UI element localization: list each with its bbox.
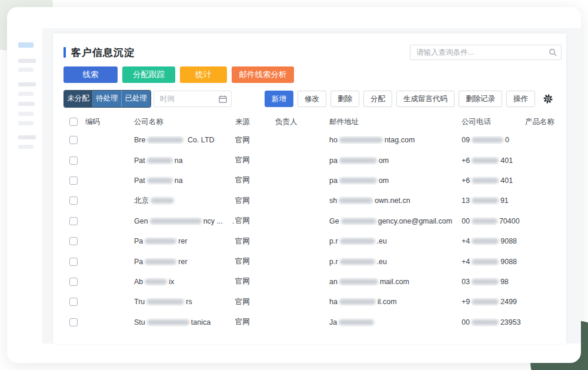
row-checkbox[interactable] [69,237,78,245]
content-card: 客户信息沉淀 线索分配跟踪统计邮件线索分析 未分配待处理已处理 [53,34,566,344]
action-button-3[interactable]: 删除 [330,91,359,107]
table-row[interactable]: Bre Co. LTD官网hontag.com090 [53,130,566,150]
company-cell: Bre Co. LTD [134,136,235,144]
column-header-1[interactable]: 编码 [85,117,134,127]
card-header: 客户信息沉淀 [53,34,566,60]
settings-gear-button[interactable] [539,91,557,107]
table-row[interactable]: Stutanica官网Ja0023953 [53,312,566,332]
visible-text: +4 [462,237,470,245]
table-row[interactable]: Parer官网p.r.eu+49088 [53,231,566,251]
nav-button-2[interactable]: 分配跟踪 [122,66,175,83]
sidebar-item[interactable] [18,59,36,63]
filter-tab-1[interactable]: 未分配 [64,91,93,107]
row-checkbox[interactable] [69,176,78,185]
sidebar-item[interactable] [18,121,34,125]
nav-button-3[interactable]: 统计 [180,66,227,83]
select-all-checkbox[interactable] [69,118,78,126]
visible-text: 00 [462,217,470,225]
sidebar-item[interactable] [18,68,34,72]
company-cell: Patna [134,156,235,165]
phone-cell: +92499 [462,298,525,306]
action-button-5[interactable]: 生成留言代码 [396,91,455,107]
redacted-text [145,279,167,285]
row-checkbox[interactable] [69,156,78,165]
calendar-icon[interactable] [219,95,227,103]
app-window: 客户信息沉淀 线索分配跟踪统计邮件线索分析 未分配待处理已处理 [7,7,581,363]
column-header-5[interactable]: 邮件地址 [329,117,462,127]
column-header-2[interactable]: 公司名称 [134,117,235,127]
table-row[interactable]: Abix官网anmail.com0398 [53,272,566,292]
redacted-text [146,299,184,305]
nav-button-1[interactable]: 线索 [64,66,118,83]
search-icon[interactable] [549,48,557,56]
row-checkbox[interactable] [69,196,78,205]
page-title: 客户信息沉淀 [71,46,135,59]
column-header-6[interactable]: 公司电话 [462,117,525,127]
visible-text: om [379,176,389,185]
visible-text: 401 [500,156,513,165]
table-row[interactable]: Parer官网p.r.eu+49088 [53,251,566,271]
table-row[interactable]: Patna官网paom+6401 [53,171,566,191]
phone-cell: +49088 [462,258,525,266]
select-all-cell [53,118,85,126]
source-cell: 官网 [235,236,275,246]
sidebar-item[interactable] [18,102,35,106]
column-header-7[interactable]: 产品名称 [525,117,566,127]
table-row[interactable]: Trurs官网hail.com+92499 [53,292,566,312]
visible-text: Ja [329,318,337,326]
action-button-1[interactable]: 新增 [265,91,293,107]
date-filter [153,91,232,107]
row-checkbox[interactable] [69,136,78,144]
visible-text: Co. LTD [185,136,214,144]
sidebar-item[interactable] [18,82,36,86]
action-button-2[interactable]: 修改 [298,91,326,107]
visible-text: p.r [329,237,338,245]
row-checkbox[interactable] [69,298,78,306]
row-checkbox[interactable] [69,217,78,225]
email-cell: Ja [329,318,462,326]
row-checkbox[interactable] [69,258,78,266]
table-row[interactable]: Patna官网paom+6401 [53,150,566,170]
visible-text: ho [329,136,338,144]
visible-text: 401 [500,176,513,185]
row-select-cell [53,298,85,306]
email-cell: Gegency.one@gmail.com [329,217,462,225]
action-button-7[interactable]: 操作 [506,91,535,107]
redacted-text [339,158,377,164]
visible-text: .eu [377,258,387,266]
filter-tab-2[interactable]: 待处理 [93,91,122,107]
record-actions: 新增修改删除分配生成留言代码删除记录操作 [265,91,557,107]
search-box [410,45,562,60]
redacted-text [472,178,499,184]
visible-text: pa [329,156,338,165]
sidebar-item[interactable] [18,112,34,116]
table-row[interactable]: 北京官网shown.net.cn1391 [53,191,566,211]
visible-text: tanica [191,318,211,326]
filter-tab-3[interactable]: 已处理 [122,91,151,107]
source-cell: 官网 [235,297,275,307]
column-header-3[interactable]: 来源 [235,117,275,127]
nav-button-4[interactable]: 邮件线索分析 [232,66,294,83]
action-button-4[interactable]: 分配 [363,91,392,107]
visible-text: gency.one@gmail.com [378,217,452,225]
row-select-cell [53,176,85,185]
action-button-6[interactable]: 删除记录 [459,91,502,107]
visible-text: 98 [500,278,509,286]
visible-text: Gen [134,217,148,225]
company-cell: Genncy .... [134,217,235,225]
visible-text: 2499 [500,298,517,306]
visible-text: ha [329,298,338,306]
row-checkbox[interactable] [69,278,78,286]
sidebar-item[interactable] [18,92,34,96]
sidebar-item-active[interactable] [18,42,34,48]
sidebar-item[interactable] [18,135,36,139]
phone-cell: 0023953 [462,318,525,326]
redacted-text [472,198,499,204]
row-checkbox[interactable] [69,318,78,326]
visible-text: sh [329,196,337,205]
visible-text: own.net.cn [375,196,410,205]
sidebar-item[interactable] [18,145,34,149]
column-header-4[interactable]: 负责人 [275,117,329,127]
search-input[interactable] [410,45,562,60]
table-row[interactable]: Genncy ....官网Gegency.one@gmail.com007040… [53,211,566,231]
